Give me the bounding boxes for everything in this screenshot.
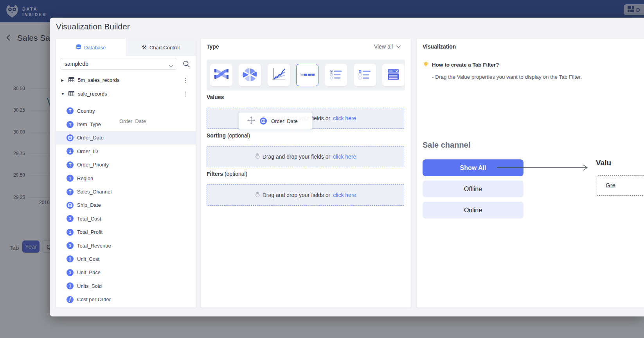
text-field-icon: T	[67, 107, 74, 114]
click-here-link[interactable]: click here	[333, 115, 356, 121]
sorting-section-label: Sorting (optional)	[207, 132, 250, 139]
dashboard-nav-button[interactable]: D	[624, 4, 644, 15]
visualization-builder-modal: Visualization Builder Database ⚒ Chart C…	[50, 18, 644, 316]
field-row[interactable]: 1Units_Sold	[56, 279, 196, 293]
field-row[interactable]: TCountry	[56, 104, 196, 117]
dashboard-grid-icon	[628, 6, 634, 14]
tab-chart-control[interactable]: ⚒ Chart Control	[126, 39, 196, 56]
field-name: Sales_Channel	[77, 189, 112, 195]
database-panel: Database ⚒ Chart Control ▶5m_sales_recor…	[56, 39, 196, 307]
number-field-icon: 1	[67, 282, 74, 289]
field-name: Units_Sold	[77, 283, 102, 289]
table-name: sale_records	[78, 91, 107, 97]
click-here-link[interactable]: click here	[333, 192, 356, 198]
field-row[interactable]: 1Unit_Cost	[56, 252, 196, 266]
field-row[interactable]: 1Total_Revenue	[56, 239, 196, 252]
line-chart-icon	[271, 67, 286, 84]
caret-down-icon[interactable]: ▼	[61, 92, 65, 96]
table-tree: ▶5m_sales_records⋮▼sale_records⋮	[56, 73, 196, 101]
table-tree-row[interactable]: ▶5m_sales_records⋮	[56, 73, 196, 87]
number-field-icon: 1	[67, 215, 74, 222]
chart-type-radio-list[interactable]	[325, 64, 347, 86]
sorting-dropzone[interactable]: Drag and drop your fields orclick here	[207, 146, 404, 167]
field-name: Total_Cost	[77, 216, 101, 222]
caret-right-icon[interactable]: ▶	[61, 78, 65, 82]
chart-type-tab-filter[interactable]: Tab	[296, 64, 318, 86]
field-row[interactable]: 1Total_Profit	[56, 226, 196, 239]
field-row[interactable]: TSales_Channel	[56, 185, 196, 198]
type-section-label: Type	[207, 43, 219, 50]
field-name: Unit_Cost	[77, 256, 99, 262]
radio-list-chart-icon	[328, 67, 344, 84]
text-field-icon: T	[67, 161, 74, 168]
hint-title: How to create a Tab Filter?	[432, 62, 499, 68]
number-field-icon: 1	[67, 269, 74, 276]
annotation-title: Valu	[596, 159, 611, 167]
filters-section-label: Filters (optional)	[207, 171, 247, 177]
chart-type-line[interactable]	[268, 64, 290, 86]
dashboard-nav-label: D	[636, 7, 640, 13]
checkbox-list-chart-icon	[357, 67, 372, 84]
dragged-field-chip[interactable]: Order_Date	[239, 112, 312, 130]
move-icon	[247, 116, 255, 126]
field-row[interactable]: 1Order_ID	[56, 145, 196, 158]
field-row[interactable]: fCost per Order	[56, 293, 196, 306]
field-row[interactable]: TItem_Type	[56, 117, 196, 131]
visualization-header: Visualization	[423, 43, 456, 50]
field-name: Region	[77, 175, 93, 181]
modal-title: Visualization Builder	[56, 22, 130, 31]
table-tree-row[interactable]: ▼sale_records⋮	[56, 87, 196, 101]
field-name: Order_Date	[77, 135, 104, 141]
chevron-down-icon	[396, 43, 401, 50]
view-all-button[interactable]: View all	[374, 43, 401, 50]
number-field-icon: 1	[67, 148, 74, 155]
kebab-menu-icon[interactable]: ⋮	[183, 90, 189, 98]
svg-text:Tab: Tab	[300, 73, 304, 76]
page: Sales Sa 30.5030.2530.0029.7529.5029.25 …	[0, 0, 644, 338]
field-name: Ship_Date	[77, 202, 101, 208]
database-select-input[interactable]	[60, 58, 177, 70]
chart-type-sankey[interactable]	[210, 64, 232, 86]
field-name: Order_Priority	[77, 162, 109, 168]
chevron-down-icon[interactable]	[169, 62, 173, 69]
values-section-label: Values	[207, 94, 224, 100]
field-name: Item_Type	[77, 121, 101, 127]
field-name: Total_Profit	[77, 229, 103, 235]
chart-type-checkbox-list[interactable]	[354, 64, 376, 86]
field-row[interactable]: TOrder_Priority	[56, 158, 196, 172]
table-icon	[68, 77, 74, 84]
field-row[interactable]: TRegion	[56, 172, 196, 185]
field-name: Unit_Price	[77, 269, 101, 275]
text-field-icon: T	[67, 121, 74, 128]
drag-hand-icon	[255, 153, 260, 160]
click-here-link[interactable]: click here	[333, 154, 356, 160]
filters-dropzone[interactable]: Drag and drop your fields orclick here	[207, 184, 404, 206]
table-icon	[68, 90, 74, 98]
preview-button-offline[interactable]: Offline	[423, 181, 523, 197]
search-icon[interactable]	[182, 60, 191, 70]
brand-logo[interactable]: DATA INSIDER	[5, 4, 47, 20]
chart-type-pie[interactable]	[239, 64, 261, 86]
field-row[interactable]: Ship_Date	[56, 199, 196, 212]
preview-button-online[interactable]: Online	[423, 202, 523, 219]
field-row[interactable]: 1Unit_Price	[56, 266, 196, 279]
database-icon	[76, 44, 81, 51]
chart-type-dropdown[interactable]	[382, 64, 405, 86]
builder-panel: Type View all Tab Values Drag and drop y…	[201, 39, 411, 307]
panel-tabs: Database ⚒ Chart Control	[56, 39, 196, 56]
drag-hand-icon	[255, 192, 260, 199]
sankey-chart-icon	[214, 67, 229, 84]
tab-database[interactable]: Database	[56, 39, 126, 56]
text-field-icon: T	[67, 175, 74, 182]
owl-logo-icon	[5, 4, 19, 20]
kebab-menu-icon[interactable]: ⋮	[183, 77, 189, 84]
view-all-label: View all	[374, 43, 393, 50]
field-row[interactable]: 1Total_Cost	[56, 212, 196, 225]
tab-chart-control-label: Chart Control	[149, 45, 180, 51]
number-field-icon: 1	[67, 255, 74, 262]
annotation-link[interactable]: Gre	[606, 182, 615, 188]
brand-name: DATA INSIDER	[22, 6, 47, 17]
field-row[interactable]: Order_Date	[56, 131, 196, 145]
date-field-icon	[67, 134, 74, 141]
dropzone-text: Drag and drop your fields or	[263, 192, 331, 198]
